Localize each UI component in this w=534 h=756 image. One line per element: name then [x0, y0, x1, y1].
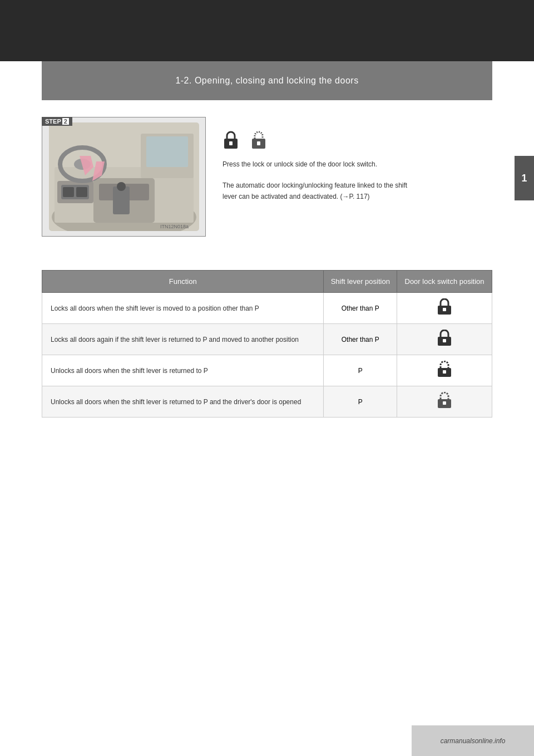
- function-cell-4: Unlocks all doors when the shift lever i…: [42, 386, 324, 418]
- step-image-container: STEP2: [42, 117, 206, 237]
- step-label: STEP2: [42, 117, 72, 126]
- col-header-door: Door lock switch position: [397, 271, 492, 293]
- table-row: Unlocks all doors when the shift lever i…: [42, 355, 492, 386]
- function-cell-3: Unlocks all doors when the shift lever i…: [42, 355, 324, 386]
- lock-icons-display: [222, 131, 492, 151]
- table-row: Locks all doors again if the shift lever…: [42, 324, 492, 355]
- svg-text:ITN12N018a: ITN12N018a: [160, 224, 189, 229]
- locked-svg: [222, 131, 239, 151]
- lock-cell-2: [397, 324, 492, 355]
- top-bar: [0, 0, 534, 61]
- shift-cell-2: Other than P: [324, 324, 397, 355]
- step-image: ITN12N018a: [42, 117, 206, 237]
- lock-icon-3: [437, 361, 452, 379]
- unlocked-svg: [250, 131, 267, 151]
- car-interior-svg: ITN12N018a: [49, 122, 199, 231]
- chapter-tab: 1: [515, 156, 534, 200]
- function-table: Function Shift lever position Door lock …: [42, 270, 492, 418]
- svg-rect-8: [76, 187, 87, 197]
- right-description: Press the lock or unlock side of the doo…: [222, 106, 492, 237]
- lock-cell-1: [397, 293, 492, 324]
- function-cell-2: Locks all doors again if the shift lever…: [42, 324, 324, 355]
- lock-icon-unlocked: [250, 131, 267, 151]
- lock-icon-1: [437, 298, 452, 316]
- shift-cell-4: P: [324, 386, 397, 418]
- lock-icon-4: [437, 392, 452, 410]
- watermark-area: carmanualsonline.info: [412, 725, 534, 756]
- svg-rect-19: [229, 141, 233, 145]
- svg-rect-29: [443, 401, 446, 405]
- function-table-section: Function Shift lever position Door lock …: [42, 270, 492, 418]
- page-title: 1-2. Opening, closing and locking the do…: [175, 76, 358, 86]
- lock-cell-3: [397, 355, 492, 386]
- chapter-number: 1: [521, 173, 527, 184]
- table-row: Unlocks all doors when the shift lever i…: [42, 386, 492, 418]
- page-header: 1-2. Opening, closing and locking the do…: [42, 61, 492, 100]
- lock-icon-locked: [222, 131, 239, 151]
- lock-cell-4: [397, 386, 492, 418]
- lock-icon-2: [437, 330, 452, 347]
- svg-rect-25: [443, 339, 446, 342]
- function-cell-1: Locks all doors when the shift lever is …: [42, 293, 324, 324]
- svg-rect-7: [63, 187, 74, 197]
- col-header-shift: Shift lever position: [324, 271, 397, 293]
- watermark-text: carmanualsonline.info: [441, 737, 506, 745]
- svg-point-12: [117, 182, 126, 191]
- description-text: Press the lock or unlock side of the doo…: [222, 159, 412, 202]
- content-area: STEP2: [42, 100, 492, 418]
- svg-rect-16: [146, 136, 188, 167]
- svg-rect-27: [443, 370, 446, 374]
- shift-cell-1: Other than P: [324, 293, 397, 324]
- table-row: Locks all doors when the shift lever is …: [42, 293, 492, 324]
- col-header-function: Function: [42, 271, 324, 293]
- svg-rect-23: [443, 308, 446, 311]
- shift-cell-3: P: [324, 355, 397, 386]
- svg-rect-21: [257, 141, 260, 145]
